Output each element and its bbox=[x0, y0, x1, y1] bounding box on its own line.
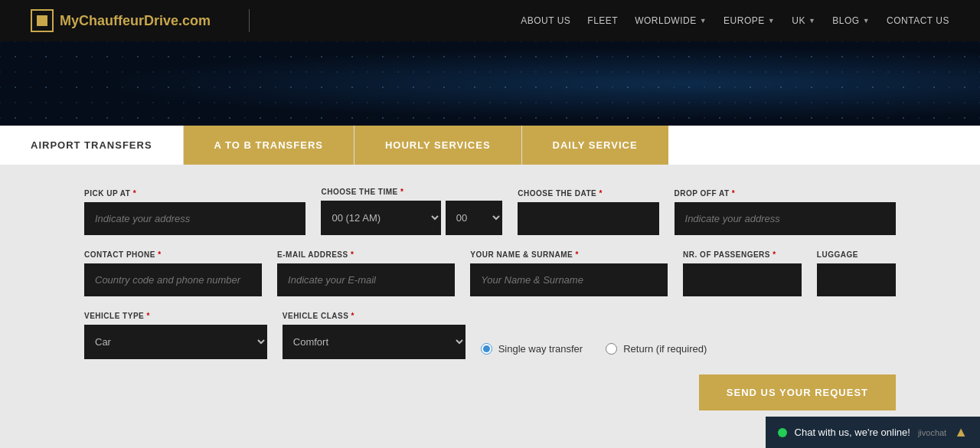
form-area: PICK UP AT * CHOOSE THE TIME * 00 (12 AM… bbox=[0, 165, 980, 441]
pickup-label: PICK UP AT * bbox=[84, 189, 305, 198]
passengers-input[interactable]: 0 bbox=[683, 263, 802, 296]
logo-text: MyChauffeurDrive.com bbox=[60, 13, 211, 29]
chevron-down-icon: ▼ bbox=[863, 17, 870, 25]
chat-text: Chat with us, we're online! bbox=[795, 427, 910, 438]
transfer-type-group: Single way transfer Return (if required) bbox=[481, 343, 766, 359]
pickup-group: PICK UP AT * bbox=[84, 189, 305, 235]
chevron-down-icon: ▼ bbox=[700, 17, 707, 25]
vehicle-type-group: VEHICLE TYPE * CarVanMinibusCoach bbox=[84, 312, 267, 359]
email-group: E-MAIL ADDRESS * bbox=[277, 250, 455, 296]
email-input[interactable] bbox=[277, 263, 455, 296]
dropoff-group: DROP OFF AT * bbox=[675, 189, 896, 235]
name-input[interactable] bbox=[470, 263, 668, 296]
passengers-label: NR. OF PASSENGERS * bbox=[683, 250, 802, 259]
pickup-input[interactable] bbox=[84, 202, 305, 235]
tab-hourly[interactable]: HOURLY SERVICES bbox=[354, 126, 522, 165]
passengers-group: NR. OF PASSENGERS * 0 bbox=[683, 250, 802, 296]
nav-links: ABOUT US FLEET WORLDWIDE ▼ EUROPE ▼ UK ▼… bbox=[521, 15, 949, 26]
bottom-row: SEND US YOUR REQUEST bbox=[84, 374, 896, 410]
single-way-radio[interactable] bbox=[481, 343, 492, 355]
tab-airport-transfers[interactable]: AIRPORT TRANSFERS bbox=[0, 126, 184, 165]
nav-fleet[interactable]: FLEET bbox=[587, 15, 618, 26]
dropoff-input[interactable] bbox=[675, 202, 896, 235]
hero-dots bbox=[0, 41, 980, 126]
chat-brand: jivochat bbox=[918, 428, 946, 437]
chevron-down-icon: ▼ bbox=[808, 17, 815, 25]
return-radio-label[interactable]: Return (if required) bbox=[606, 343, 707, 355]
time-hour-select[interactable]: 00 (12 AM) 01 (1 AM)02 (2 AM)03 (3 AM) 0… bbox=[321, 201, 440, 235]
form-row-2: CONTACT PHONE * E-MAIL ADDRESS * YOUR NA… bbox=[84, 250, 896, 296]
chevron-down-icon: ▼ bbox=[768, 17, 775, 25]
tab-daily[interactable]: DAILY SERVICE bbox=[522, 126, 668, 165]
nav-worldwide[interactable]: WORLDWIDE ▼ bbox=[635, 15, 707, 26]
nav-uk[interactable]: UK ▼ bbox=[792, 15, 815, 26]
phone-group: CONTACT PHONE * bbox=[84, 250, 262, 296]
vehicle-type-select[interactable]: CarVanMinibusCoach bbox=[84, 325, 267, 359]
luggage-label: LUGGAGE bbox=[817, 250, 896, 259]
tabs-bar: AIRPORT TRANSFERS A TO B TRANSFERS HOURL… bbox=[0, 126, 980, 165]
chat-widget[interactable]: Chat with us, we're online! jivochat ▲ bbox=[766, 417, 980, 441]
send-request-button[interactable]: SEND US YOUR REQUEST bbox=[699, 374, 896, 410]
vehicle-class-select[interactable]: ComfortBusinessFirst ClassVIP bbox=[283, 325, 466, 359]
dropoff-label: DROP OFF AT * bbox=[675, 189, 896, 198]
date-input[interactable]: 2023-05-12 bbox=[518, 202, 658, 235]
logo-icon bbox=[31, 9, 54, 32]
phone-label: CONTACT PHONE * bbox=[84, 250, 262, 259]
logo[interactable]: MyChauffeurDrive.com bbox=[31, 9, 211, 32]
time-label: CHOOSE THE TIME * bbox=[321, 188, 502, 196]
vehicle-class-group: VEHICLE CLASS * ComfortBusinessFirst Cla… bbox=[283, 312, 466, 359]
tab-a-to-b[interactable]: A TO B TRANSFERS bbox=[184, 126, 354, 165]
form-row-3: VEHICLE TYPE * CarVanMinibusCoach VEHICL… bbox=[84, 312, 896, 359]
nav-blog[interactable]: BLOG ▼ bbox=[832, 15, 870, 26]
name-group: YOUR NAME & SURNAME * bbox=[470, 250, 668, 296]
logo-icon-inner bbox=[37, 15, 47, 26]
luggage-group: LUGGAGE 0 bbox=[817, 250, 896, 296]
nav-europe[interactable]: EUROPE ▼ bbox=[724, 15, 775, 26]
phone-input[interactable] bbox=[84, 263, 262, 296]
vehicle-type-label: VEHICLE TYPE * bbox=[84, 312, 267, 320]
time-min-select[interactable]: 00051015 20253035 40455055 bbox=[446, 201, 503, 235]
navbar: MyChauffeurDrive.com ABOUT US FLEET WORL… bbox=[0, 0, 980, 41]
nav-about[interactable]: ABOUT US bbox=[521, 15, 570, 26]
hero-banner bbox=[0, 41, 980, 126]
nav-contact[interactable]: CONTACT US bbox=[887, 15, 949, 26]
date-group: CHOOSE THE DATE * 2023-05-12 bbox=[518, 189, 658, 235]
name-label: YOUR NAME & SURNAME * bbox=[470, 250, 668, 259]
email-label: E-MAIL ADDRESS * bbox=[277, 250, 455, 259]
return-radio[interactable] bbox=[606, 343, 617, 355]
form-row-1: PICK UP AT * CHOOSE THE TIME * 00 (12 AM… bbox=[84, 188, 896, 235]
chat-caret-icon[interactable]: ▲ bbox=[954, 424, 968, 440]
chat-online-indicator bbox=[778, 428, 787, 437]
luggage-input[interactable]: 0 bbox=[817, 263, 896, 296]
date-label: CHOOSE THE DATE * bbox=[518, 189, 658, 198]
vehicle-class-label: VEHICLE CLASS * bbox=[283, 312, 466, 320]
single-way-radio-label[interactable]: Single way transfer bbox=[481, 343, 583, 355]
nav-divider bbox=[249, 9, 250, 32]
